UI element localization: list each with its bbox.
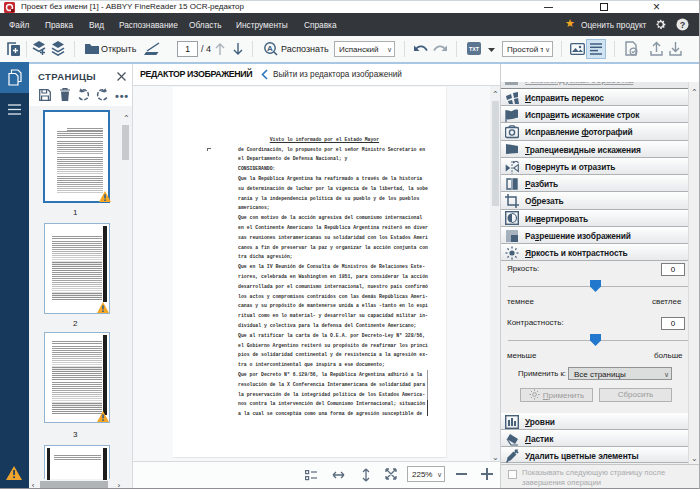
svg-text:A: A — [267, 44, 273, 53]
svg-text:?: ? — [680, 20, 686, 30]
svg-text:TXT: TXT — [469, 46, 480, 52]
